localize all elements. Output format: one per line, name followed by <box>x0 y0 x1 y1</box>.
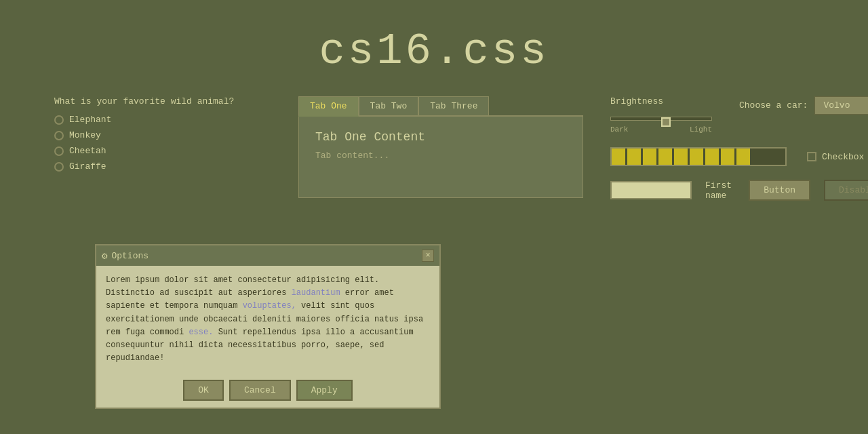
main-content: What is your favorite wild animal? Eleph… <box>0 96 868 201</box>
radio-monkey-label: Monkey <box>69 130 101 140</box>
radio-cheetah-input[interactable] <box>54 146 64 156</box>
disabled-button: Disabled <box>824 180 868 201</box>
tab-panel: Tab One Tab Two Tab Three Tab One Conten… <box>298 96 583 201</box>
car-select[interactable]: Volvo Saab Mercedes Audi <box>814 96 868 115</box>
car-select-section: Choose a car: Volvo Saab Mercedes Audi <box>739 96 868 115</box>
slider-light-label: Light <box>690 125 712 134</box>
button-button[interactable]: Button <box>749 180 810 201</box>
slider-dark-label: Dark <box>610 125 628 134</box>
page-title: cs16.css <box>0 27 868 76</box>
radio-cheetah-label: Cheetah <box>69 146 106 156</box>
progress-seg-2 <box>627 149 641 165</box>
dialog-footer: OK Cancel Apply <box>96 373 439 408</box>
apply-button[interactable]: Apply <box>296 380 353 401</box>
progress-seg-4 <box>658 149 672 165</box>
radio-elephant-input[interactable] <box>54 115 64 125</box>
progress-seg-7 <box>705 149 719 165</box>
checkbox-section: Checkbox <box>807 152 864 162</box>
controls-panel: Brightness Dark Light Choose a car: Volv… <box>610 96 868 201</box>
radio-group: Elephant Monkey Cheetah Giraffe <box>54 115 271 172</box>
dialog-titlebar: ⚙ Options × <box>96 245 439 266</box>
radio-giraffe-label: Giraffe <box>69 161 106 172</box>
dialog-close-button[interactable]: × <box>422 250 434 262</box>
tab-one-button[interactable]: Tab One <box>298 96 359 117</box>
tab-content-title: Tab One Content <box>315 130 566 144</box>
progress-bar <box>610 147 787 166</box>
input-row: First name Button Disabled <box>610 180 868 201</box>
brightness-row: Brightness Dark Light Choose a car: Volv… <box>610 96 868 134</box>
brightness-section: Brightness Dark Light <box>610 96 719 134</box>
highlight-esse: esse. <box>189 328 213 337</box>
left-panel: What is your favorite wild animal? Eleph… <box>54 96 271 201</box>
radio-elephant[interactable]: Elephant <box>54 115 271 125</box>
page-header: cs16.css <box>0 0 868 96</box>
radio-elephant-label: Elephant <box>69 115 111 125</box>
brightness-label: Brightness <box>610 96 719 106</box>
radio-monkey-input[interactable] <box>54 131 64 140</box>
checkbox-input[interactable] <box>807 152 816 161</box>
cancel-button[interactable]: Cancel <box>229 380 291 401</box>
tab-bar: Tab One Tab Two Tab Three <box>298 96 583 117</box>
radio-giraffe[interactable]: Giraffe <box>54 161 271 172</box>
car-select-label: Choose a car: <box>739 100 808 111</box>
tab-content-box: Tab One Content Tab content... <box>298 117 583 198</box>
brightness-slider[interactable] <box>610 117 712 121</box>
progress-row: Checkbox <box>610 147 868 166</box>
tab-two-button[interactable]: Tab Two <box>359 96 419 115</box>
progress-seg-3 <box>643 149 656 165</box>
dialog-body: Lorem ipsum dolor sit amet consectetur a… <box>96 266 439 373</box>
progress-seg-9 <box>736 149 750 165</box>
dialog-title: ⚙ Options <box>102 250 149 262</box>
dialog-title-text: Options <box>111 251 149 261</box>
radio-giraffe-input[interactable] <box>54 162 64 172</box>
highlight-laudantium: laudantium <box>292 288 340 298</box>
tab-content-text: Tab content... <box>315 151 566 161</box>
gear-icon: ⚙ <box>102 250 107 262</box>
dialog: ⚙ Options × Lorem ipsum dolor sit amet c… <box>95 244 441 409</box>
highlight-voluptates: voluptates, <box>243 301 296 311</box>
progress-seg-6 <box>690 149 703 165</box>
first-name-input[interactable] <box>610 181 692 199</box>
progress-seg-5 <box>674 149 688 165</box>
radio-monkey[interactable]: Monkey <box>54 130 271 140</box>
checkbox-label: Checkbox <box>822 152 864 162</box>
first-name-label: First name <box>705 180 735 201</box>
progress-bar-fill <box>612 149 752 165</box>
progress-seg-8 <box>721 149 734 165</box>
progress-seg-1 <box>612 149 625 165</box>
question-label: What is your favorite wild animal? <box>54 96 271 106</box>
radio-cheetah[interactable]: Cheetah <box>54 146 271 156</box>
tab-three-button[interactable]: Tab Three <box>418 96 489 115</box>
ok-button[interactable]: OK <box>183 380 224 401</box>
